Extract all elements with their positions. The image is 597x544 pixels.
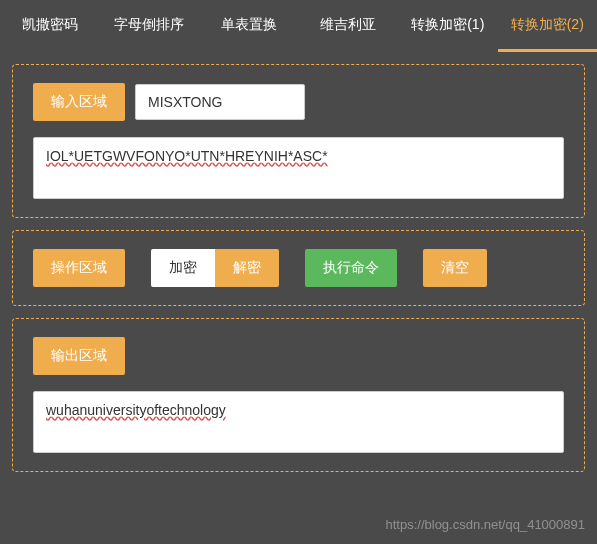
operations-panel: 操作区域 加密 解密 执行命令 清空 (12, 230, 585, 306)
output-textarea[interactable]: wuhanuniversityoftechnology (33, 391, 564, 453)
tab-caesar[interactable]: 凯撒密码 (0, 0, 100, 52)
key-input[interactable] (135, 84, 305, 120)
watermark: https://blog.csdn.net/qq_41000891 (386, 517, 586, 532)
clear-button[interactable]: 清空 (423, 249, 487, 287)
tab-substitution[interactable]: 单表置换 (199, 0, 299, 52)
input-textarea[interactable]: IOL*UETGWVFONYO*UTN*HREYNIH*ASC* (33, 137, 564, 199)
execute-button[interactable]: 执行命令 (305, 249, 397, 287)
input-text-content: IOL*UETGWVFONYO*UTN*HREYNIH*ASC* (46, 148, 328, 164)
decrypt-button[interactable]: 解密 (215, 249, 279, 287)
tab-transposition-1[interactable]: 转换加密(1) (398, 0, 498, 52)
input-panel: 输入区域 IOL*UETGWVFONYO*UTN*HREYNIH*ASC* (12, 64, 585, 218)
tab-vigenere[interactable]: 维吉利亚 (299, 0, 399, 52)
tab-reverse[interactable]: 字母倒排序 (100, 0, 200, 52)
tabs-bar: 凯撒密码 字母倒排序 单表置换 维吉利亚 转换加密(1) 转换加密(2) (0, 0, 597, 52)
tab-transposition-2[interactable]: 转换加密(2) (498, 0, 598, 52)
ops-area-label: 操作区域 (33, 249, 125, 287)
output-area-label: 输出区域 (33, 337, 125, 375)
input-area-label: 输入区域 (33, 83, 125, 121)
mode-toggle-group: 加密 解密 (151, 249, 279, 287)
output-panel: 输出区域 wuhanuniversityoftechnology (12, 318, 585, 472)
output-text-content: wuhanuniversityoftechnology (46, 402, 226, 418)
encrypt-button[interactable]: 加密 (151, 249, 215, 287)
